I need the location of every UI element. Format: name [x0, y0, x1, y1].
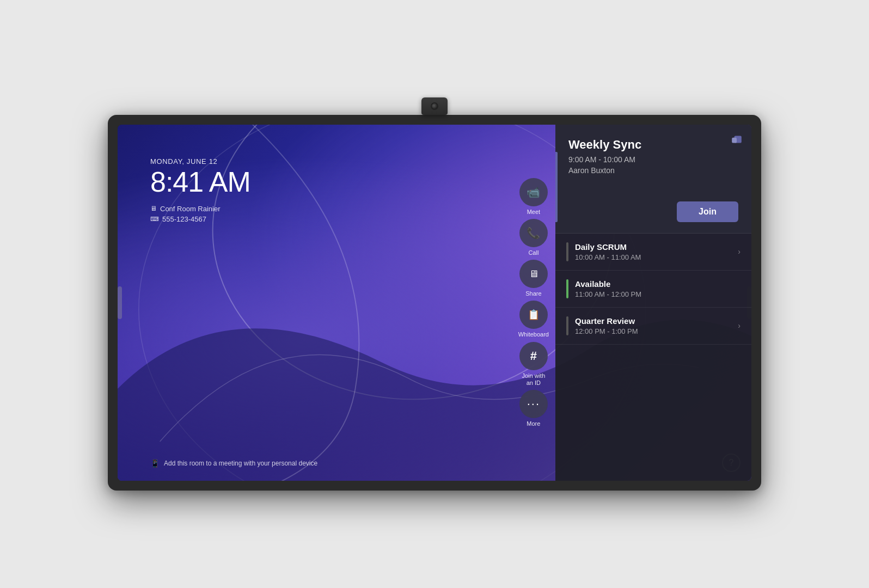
monitor-frame: MONDAY, JUNE 12 8:41 AM 🖥 Conf Room Rain… — [108, 115, 761, 491]
join-id-icon: # — [530, 349, 537, 363]
more-button[interactable]: ··· More — [519, 390, 548, 427]
whiteboard-label: Whiteboard — [518, 331, 549, 338]
call-button[interactable]: 📞 Call — [519, 219, 548, 256]
featured-bar — [555, 152, 558, 222]
whiteboard-icon: 📋 — [528, 309, 540, 321]
meet-label: Meet — [527, 209, 540, 216]
action-buttons: 📹 Meet 📞 Call 🖥 Share — [512, 169, 555, 436]
share-icon-circle: 🖥 — [519, 260, 548, 288]
daily-scrum-chevron: › — [738, 247, 741, 256]
daily-scrum-content: Daily SCRUM 10:00 AM - 11:00 AM — [575, 242, 731, 261]
date-label: MONDAY, JUNE 12 — [150, 157, 250, 166]
call-label: Call — [528, 249, 538, 256]
share-icon: 🖥 — [529, 268, 538, 280]
camera-bump — [421, 97, 448, 115]
more-label: More — [527, 420, 540, 427]
share-button[interactable]: 🖥 Share — [519, 260, 548, 297]
meet-icon: 📹 — [527, 186, 540, 199]
more-icon: ··· — [527, 397, 540, 411]
featured-organizer: Aaron Buxton — [568, 166, 738, 175]
svg-rect-3 — [732, 137, 737, 143]
quarter-review-bar — [566, 316, 568, 335]
available-time: 11:00 AM - 12:00 PM — [575, 290, 741, 298]
call-icon-circle: 📞 — [519, 219, 548, 247]
whiteboard-icon-circle: 📋 — [519, 301, 548, 329]
add-room-icon: 📱 — [150, 459, 160, 468]
available-bar — [566, 279, 568, 298]
meeting-list: Daily SCRUM 10:00 AM - 11:00 AM › Availa… — [555, 234, 751, 481]
featured-meeting: Weekly Sync 9:00 AM - 10:00 AM Aaron Bux… — [555, 125, 751, 234]
camera-lens — [431, 102, 438, 110]
daily-scrum-title: Daily SCRUM — [575, 242, 731, 252]
quarter-review-title: Quarter Review — [575, 316, 731, 326]
more-icon-circle: ··· — [519, 390, 548, 418]
join-button[interactable]: Join — [677, 201, 738, 222]
daily-scrum-bar — [566, 242, 568, 261]
meeting-item-daily-scrum[interactable]: Daily SCRUM 10:00 AM - 11:00 AM › — [555, 234, 751, 271]
teams-icon — [731, 133, 743, 148]
meeting-panel: Weekly Sync 9:00 AM - 10:00 AM Aaron Bux… — [555, 125, 751, 481]
meet-button[interactable]: 📹 Meet — [519, 178, 548, 216]
room-phone: ⌨ 555-123-4567 — [150, 215, 250, 223]
bottom-bar-text: Add this room to a meeting with your per… — [164, 460, 317, 467]
join-id-button[interactable]: # Join with an ID — [519, 342, 548, 387]
screen: MONDAY, JUNE 12 8:41 AM 🖥 Conf Room Rain… — [118, 125, 751, 481]
quarter-review-content: Quarter Review 12:00 PM - 1:00 PM — [575, 316, 731, 335]
meeting-item-quarter-review[interactable]: Quarter Review 12:00 PM - 1:00 PM › — [555, 308, 751, 345]
right-panel: 📹 Meet 📞 Call 🖥 Share — [512, 125, 751, 481]
quarter-review-chevron: › — [738, 321, 741, 330]
left-handle — [118, 286, 122, 319]
room-info: 🖥 Conf Room Rainier ⌨ 555-123-4567 — [150, 205, 250, 223]
top-left-info: MONDAY, JUNE 12 8:41 AM 🖥 Conf Room Rain… — [150, 157, 250, 223]
bottom-bar: 📱 Add this room to a meeting with your p… — [150, 459, 317, 468]
call-icon: 📞 — [527, 226, 540, 240]
phone-icon: ⌨ — [150, 216, 159, 223]
featured-time: 9:00 AM - 10:00 AM — [568, 155, 738, 164]
join-id-label: Join with an ID — [522, 372, 545, 387]
daily-scrum-time: 10:00 AM - 11:00 AM — [575, 253, 731, 261]
meet-icon-circle: 📹 — [519, 178, 548, 206]
join-id-icon-circle: # — [519, 342, 548, 370]
room-icon: 🖥 — [150, 205, 157, 212]
featured-title: Weekly Sync — [568, 138, 738, 152]
whiteboard-button[interactable]: 📋 Whiteboard — [518, 301, 549, 338]
quarter-review-time: 12:00 PM - 1:00 PM — [575, 327, 731, 335]
device-wrapper: MONDAY, JUNE 12 8:41 AM 🖥 Conf Room Rain… — [108, 97, 761, 491]
room-name: 🖥 Conf Room Rainier — [150, 205, 250, 213]
meeting-item-available[interactable]: Available 11:00 AM - 12:00 PM — [555, 271, 751, 308]
time-display: 8:41 AM — [150, 168, 250, 196]
available-content: Available 11:00 AM - 12:00 PM — [575, 279, 741, 298]
share-label: Share — [525, 290, 541, 297]
available-title: Available — [575, 279, 741, 289]
